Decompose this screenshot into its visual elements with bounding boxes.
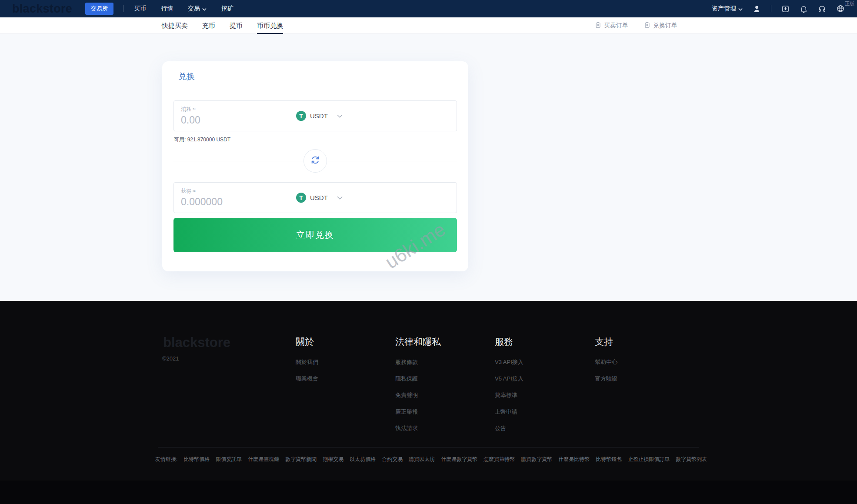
navbar-links: 买币 行情 交易 挖矿 <box>134 5 233 13</box>
convert-card: 兑换 消耗 ≈ T USDT 可用: 921.870000 USDT 获得 ≈ … <box>162 61 468 271</box>
convert-title: 兑换 <box>178 71 195 82</box>
footer-link[interactable]: 免責聲明 <box>395 391 441 399</box>
friend-link[interactable]: 購買以太坊 <box>409 456 435 463</box>
main-content: 兑换 消耗 ≈ T USDT 可用: 921.870000 USDT 获得 ≈ … <box>0 34 857 301</box>
chevron-down-icon <box>337 196 343 200</box>
convert-orders-link[interactable]: 兑换订单 <box>644 22 677 30</box>
to-token-name: USDT <box>310 194 328 201</box>
tab-withdraw[interactable]: 提币 <box>230 17 243 34</box>
top-navbar: blackstore 交易所 买币 行情 交易 挖矿 资产管理 正 <box>0 0 857 17</box>
friend-link[interactable]: 合約交易 <box>382 456 403 463</box>
from-amount-field: 消耗 ≈ T USDT <box>173 100 457 131</box>
exchange-button[interactable]: 交易所 <box>85 3 113 15</box>
sub-navbar: 快捷买卖 充币 提币 币币兑换 买卖订单 兑换订单 <box>0 17 857 34</box>
chevron-down-icon <box>738 5 743 12</box>
friend-link[interactable]: 什麼是區塊鏈 <box>248 456 279 463</box>
subnav-tabs: 快捷买卖 充币 提币 币币兑换 <box>162 17 283 34</box>
friend-links-row: 友情链接: 比特幣價格 限價委託單 什麼是區塊鏈 數字貨幣新聞 期權交易 以太坊… <box>155 456 707 463</box>
friend-link[interactable]: 數字貨幣新聞 <box>285 456 317 463</box>
friend-link[interactable]: 限價委託單 <box>216 456 242 463</box>
available-balance: 可用: 921.870000 USDT <box>174 136 230 144</box>
friend-link[interactable]: 比特幣錢包 <box>596 456 622 463</box>
clipboard-icon <box>595 22 601 30</box>
tab-convert[interactable]: 币币兑换 <box>257 17 283 34</box>
download-app-icon[interactable] <box>781 5 790 13</box>
to-label: 获得 ≈ <box>181 187 196 195</box>
footer-column-legal: 法律和隱私 服務條款 隱私保護 免責聲明 廉正舉報 執法請求 <box>395 336 441 432</box>
footer-link[interactable]: 官方驗證 <box>595 375 617 383</box>
navbar-divider <box>123 5 123 12</box>
footer-link[interactable]: 廉正舉報 <box>395 408 441 416</box>
swap-direction-button[interactable] <box>303 149 327 173</box>
footer-divider <box>158 447 699 447</box>
trade-orders-link[interactable]: 买卖订单 <box>595 22 628 30</box>
user-icon[interactable] <box>753 5 761 13</box>
friend-link[interactable]: 數字貨幣列表 <box>676 456 707 463</box>
tab-deposit[interactable]: 充币 <box>202 17 215 34</box>
footer-link[interactable]: 服務條款 <box>395 358 441 366</box>
from-label: 消耗 ≈ <box>181 106 196 113</box>
friend-link[interactable]: 什麼是數字貨幣 <box>441 456 477 463</box>
friend-link[interactable]: 什麼是比特幣 <box>558 456 590 463</box>
convert-now-button[interactable]: 立即兑换 <box>173 218 457 252</box>
language-globe-icon[interactable] <box>836 4 845 13</box>
from-token-select[interactable]: T USDT <box>296 101 343 131</box>
subnav-orders: 买卖订单 兑换订单 <box>595 17 677 34</box>
to-amount-field: 获得 ≈ T USDT <box>173 182 457 213</box>
brand-logo: blackstore <box>12 0 72 17</box>
footer-link[interactable]: 幫助中心 <box>595 358 617 366</box>
clipboard-icon <box>644 22 650 30</box>
footer-copyright: ©2021 <box>162 355 179 362</box>
friend-link[interactable]: 期權交易 <box>323 456 343 463</box>
friend-link[interactable]: 止盈止損限價訂單 <box>628 456 670 463</box>
from-token-name: USDT <box>310 112 328 120</box>
footer-link[interactable]: 關於我們 <box>296 358 318 366</box>
footer-link[interactable]: V5 API接入 <box>495 375 524 383</box>
footer-link[interactable]: 上幣申請 <box>495 408 524 416</box>
nav-item-buy-coin[interactable]: 买币 <box>134 5 146 13</box>
footer-column-services: 服務 V3 API接入 V5 API接入 費率標準 上幣申請 公告 <box>495 336 524 432</box>
chevron-down-icon <box>202 5 207 12</box>
nav-item-mining[interactable]: 挖矿 <box>221 5 233 13</box>
footer-bottom-strip <box>0 481 857 504</box>
friend-link[interactable]: 購買數字貨幣 <box>521 456 552 463</box>
footer-link[interactable]: 隱私保護 <box>395 375 441 383</box>
footer-column-about: 關於 關於我們 職業機會 <box>296 336 318 383</box>
footer-link[interactable]: V3 API接入 <box>495 358 524 366</box>
friend-links-label: 友情链接: <box>155 456 177 463</box>
support-headset-icon[interactable] <box>818 5 826 13</box>
refresh-swap-icon <box>310 154 321 167</box>
nav-item-market[interactable]: 行情 <box>161 5 173 13</box>
footer-link[interactable]: 職業機會 <box>296 375 318 383</box>
friend-link[interactable]: 比特幣價格 <box>183 456 210 463</box>
to-token-select[interactable]: T USDT <box>296 183 343 213</box>
navbar-divider <box>771 5 771 12</box>
genuine-tag: 正版 <box>845 0 854 7</box>
footer: blackstore ©2021 關於 關於我們 職業機會 法律和隱私 服務條款… <box>0 301 857 504</box>
tether-icon: T <box>296 111 306 121</box>
tether-icon: T <box>296 193 306 203</box>
footer-logo: blackstore <box>163 335 230 350</box>
navbar-right: 资产管理 <box>712 4 845 13</box>
asset-management-menu[interactable]: 资产管理 <box>712 5 743 13</box>
notifications-bell-icon[interactable] <box>800 5 808 13</box>
tab-quick-trade[interactable]: 快捷买卖 <box>162 17 188 34</box>
footer-link[interactable]: 費率標準 <box>495 391 524 399</box>
footer-link[interactable]: 執法請求 <box>395 424 441 432</box>
friend-link[interactable]: 以太坊價格 <box>350 456 376 463</box>
friend-link[interactable]: 怎麼買萊特幣 <box>484 456 515 463</box>
from-amount-input[interactable] <box>181 114 281 126</box>
to-amount-input[interactable] <box>181 196 281 208</box>
footer-column-support: 支持 幫助中心 官方驗證 <box>595 336 617 383</box>
nav-item-trade[interactable]: 交易 <box>188 5 207 13</box>
footer-link[interactable]: 公告 <box>495 424 524 432</box>
chevron-down-icon <box>337 114 343 118</box>
